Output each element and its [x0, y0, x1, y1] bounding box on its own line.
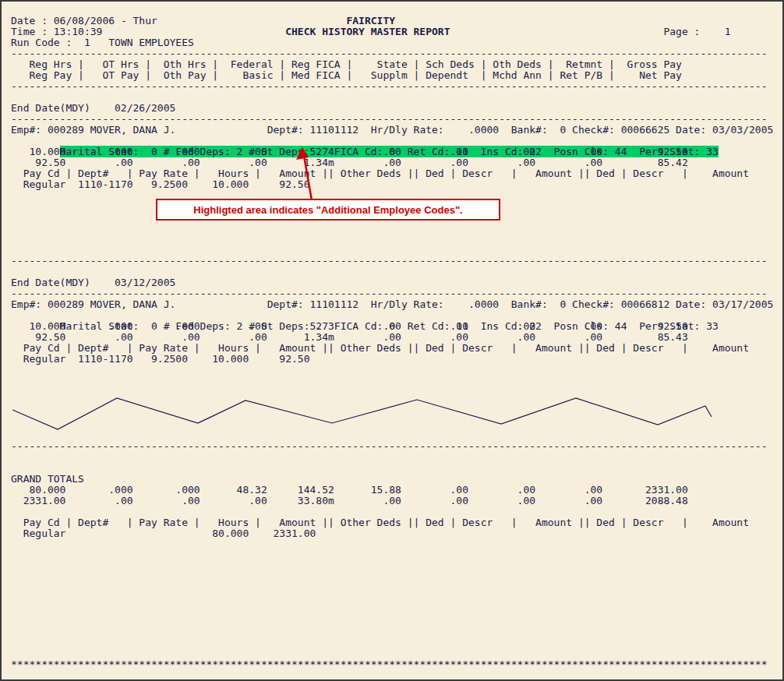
check-history-report: Date : 06/08/2006 - Thur FAIRCITY Time :…	[2, 2, 782, 679]
employee-header-1: Emp#: 000289 MOVER, DANA J. Dept#: 11101…	[11, 125, 773, 136]
report-time-title-line: Time : 13:10:39 CHECK HISTORY MASTER REP…	[11, 26, 773, 37]
pay-totals-row: 10.000 .000 .000 .00 5.74 .00 .00 .00 .0…	[11, 146, 773, 157]
spacer	[11, 266, 773, 277]
separator-dash: ----------------------------------------…	[11, 256, 773, 266]
end-date-label: End Date(MDY)	[11, 103, 90, 114]
report-date: Date : 06/08/2006 - Thur	[11, 16, 157, 26]
pay-detail-header: Pay Cd | Dept# | Pay Rate | Hours | Amou…	[11, 517, 773, 528]
employee-dept-check-info: Dept#: 11101112 Hr/Dly Rate: .0000 Bank#…	[267, 299, 774, 310]
report-time: Time : 13:10:39	[11, 26, 102, 37]
pay-detail-header: Pay Cd | Dept# | Pay Rate | Hours | Amou…	[11, 168, 773, 179]
run-code-line: Run Code : 1 TOWN EMPLOYEES	[11, 37, 773, 48]
pay-totals-row: 92.50 .00 .00 .00 1.34m .00 .00 .00 .00 …	[11, 332, 773, 343]
asterisk-footer: ****************************************…	[11, 659, 773, 670]
separator-dash: ----------------------------------------…	[11, 288, 773, 299]
employee-codes-line: Marital Stat: 0 # Fed Deps: 2 # St Deps:…	[11, 310, 773, 321]
grand-totals-detail-row: Regular 80.000 2331.00	[11, 528, 773, 539]
pay-detail-row: Regular 1110-1170 9.2500 10.000 92.50	[11, 354, 773, 365]
spacer	[11, 539, 773, 659]
grand-totals-label: GRAND TOTALS	[11, 474, 773, 485]
end-date-line-2: End Date(MDY) 03/12/2005	[11, 277, 773, 288]
report-page: Date : 06/08/2006 - Thur FAIRCITY Time :…	[0, 0, 784, 681]
grand-totals-row: 80.000 .000 .000 48.32 144.52 15.88 .00 …	[11, 485, 773, 496]
end-date-line-1: End Date(MDY) 02/26/2005	[11, 103, 773, 114]
annotation-box: Highligted area indicates "Additional Em…	[156, 199, 500, 221]
spacer	[11, 506, 773, 517]
annotation-arrow-icon	[291, 146, 320, 203]
pay-detail-row: Regular 1110-1170 9.2500 10.000 92.50	[11, 179, 773, 190]
separator-dash: ----------------------------------------…	[11, 441, 773, 452]
pay-detail-header: Pay Cd | Dept# | Pay Rate | Hours | Amou…	[11, 343, 773, 354]
separator-dash: ----------------------------------------…	[11, 81, 773, 92]
page-number: Page : 1	[663, 26, 730, 37]
company-name: FAIRCITY	[346, 16, 395, 26]
employee-header-2: Emp#: 000289 MOVER, DANA J. Dept#: 11101…	[11, 299, 773, 310]
employee-dept-check-info: Dept#: 11101112 Hr/Dly Rate: .0000 Bank#…	[267, 125, 774, 136]
separator-dash: ----------------------------------------…	[11, 48, 773, 59]
end-date-value: 02/26/2005	[115, 103, 175, 114]
pay-totals-row: 92.50 .00 .00 .00 1.34m .00 .00 .00 .00 …	[11, 157, 773, 168]
employee-codes-line-highlighted: Marital Stat: 0 # Fed Deps: 2 # St Deps:…	[11, 136, 773, 146]
column-headers-row-1: Reg Hrs | OT Hrs | Oth Hrs | Federal | R…	[11, 59, 773, 70]
employee-id-name: Emp#: 000289 MOVER, DANA J.	[11, 299, 175, 310]
page-break-zigzag	[9, 388, 712, 436]
end-date-value: 03/12/2005	[115, 277, 175, 288]
spacer	[11, 92, 773, 103]
grand-totals-row: 2331.00 .00 .00 .00 33.80m .00 .00 .00 .…	[11, 496, 773, 506]
end-date-label: End Date(MDY)	[11, 277, 90, 288]
spacer	[11, 452, 773, 474]
employee-id-name: Emp#: 000289 MOVER, DANA J.	[11, 125, 175, 136]
report-title: CHECK HISTORY MASTER REPORT	[285, 26, 450, 37]
report-date-line: Date : 06/08/2006 - Thur FAIRCITY	[11, 16, 773, 26]
separator-dash: ----------------------------------------…	[11, 114, 773, 125]
annotation-text: Highligted area indicates "Additional Em…	[193, 204, 462, 216]
pay-totals-row: 10.000 .000 .000 .00 5.73 .00 .00 .00 .0…	[11, 321, 773, 332]
column-headers-row-2: Reg Pay | OT Pay | Oth Pay | Basic | Med…	[11, 70, 773, 81]
